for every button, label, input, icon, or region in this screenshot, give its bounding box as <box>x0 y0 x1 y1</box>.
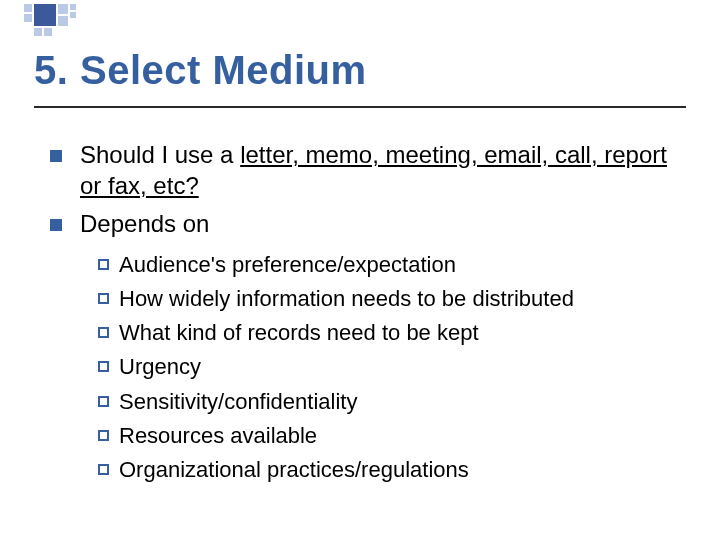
sub-bullet-text: Organizational practices/regulations <box>119 453 680 487</box>
hollow-square-bullet-icon <box>98 396 109 407</box>
sub-bullet-item: Audience's preference/expectation <box>98 248 680 282</box>
sub-bullet-item: What kind of records need to be kept <box>98 316 680 350</box>
hollow-square-bullet-icon <box>98 430 109 441</box>
slide-content: Should I use a letter, memo, meeting, em… <box>50 140 680 487</box>
bullet-plain: Depends on <box>80 210 209 237</box>
bullet-plain: Should I use a <box>80 141 240 168</box>
square-bullet-icon <box>50 150 62 162</box>
title-divider <box>34 106 686 108</box>
sub-bullet-text: What kind of records need to be kept <box>119 316 680 350</box>
hollow-square-bullet-icon <box>98 327 109 338</box>
hollow-square-bullet-icon <box>98 293 109 304</box>
hollow-square-bullet-icon <box>98 464 109 475</box>
hollow-square-bullet-icon <box>98 361 109 372</box>
hollow-square-bullet-icon <box>98 259 109 270</box>
sub-bullet-item: How widely information needs to be distr… <box>98 282 680 316</box>
sub-bullet-item: Urgency <box>98 350 680 384</box>
sub-bullet-text: Sensitivity/confidentiality <box>119 385 680 419</box>
bullet-item: Should I use a letter, memo, meeting, em… <box>50 140 680 201</box>
sub-bullet-list: Audience's preference/expectation How wi… <box>98 248 680 487</box>
sub-bullet-item: Sensitivity/confidentiality <box>98 385 680 419</box>
sub-bullet-item: Organizational practices/regulations <box>98 453 680 487</box>
sub-bullet-text: Urgency <box>119 350 680 384</box>
slide-title: 5. Select Medium <box>34 48 367 93</box>
sub-bullet-text: Resources available <box>119 419 680 453</box>
bullet-text: Depends on <box>80 209 680 240</box>
sub-bullet-item: Resources available <box>98 419 680 453</box>
sub-bullet-text: How widely information needs to be distr… <box>119 282 680 316</box>
bullet-text: Should I use a letter, memo, meeting, em… <box>80 140 680 201</box>
corner-decoration <box>0 0 120 40</box>
bullet-item: Depends on <box>50 209 680 240</box>
square-bullet-icon <box>50 219 62 231</box>
slide: 5. Select Medium Should I use a letter, … <box>0 0 720 540</box>
sub-bullet-text: Audience's preference/expectation <box>119 248 680 282</box>
